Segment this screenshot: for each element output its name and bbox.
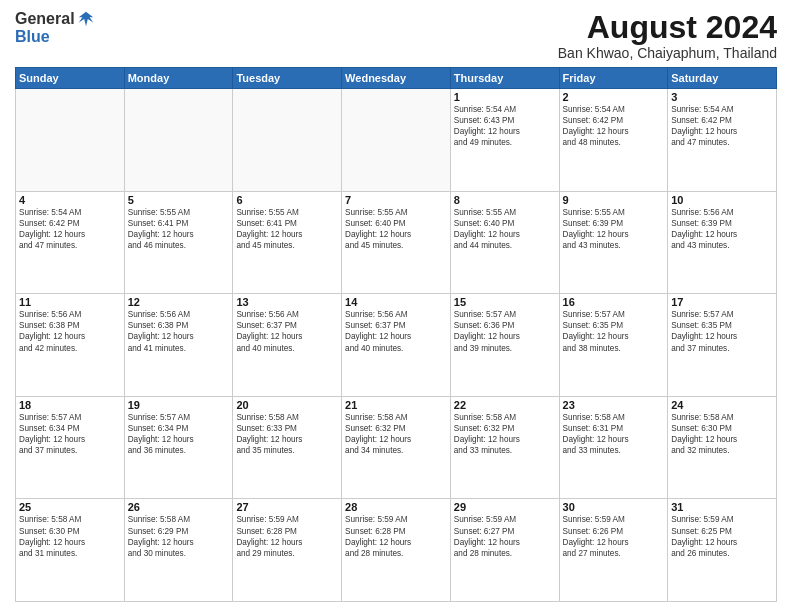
day-info: Sunrise: 5:56 AMSunset: 6:37 PMDaylight:… <box>345 309 447 353</box>
day-info: Sunrise: 5:55 AMSunset: 6:40 PMDaylight:… <box>345 207 447 251</box>
page-subtitle: Ban Khwao, Chaiyaphum, Thailand <box>558 45 777 61</box>
day-number: 25 <box>19 501 121 513</box>
day-number: 30 <box>563 501 665 513</box>
table-row: 5Sunrise: 5:55 AMSunset: 6:41 PMDaylight… <box>124 191 233 294</box>
table-row: 23Sunrise: 5:58 AMSunset: 6:31 PMDayligh… <box>559 396 668 499</box>
day-number: 17 <box>671 296 773 308</box>
logo-blue-label: Blue <box>15 29 95 45</box>
header-friday: Friday <box>559 68 668 89</box>
calendar-week-2: 11Sunrise: 5:56 AMSunset: 6:38 PMDayligh… <box>16 294 777 397</box>
day-info: Sunrise: 5:58 AMSunset: 6:33 PMDaylight:… <box>236 412 338 456</box>
day-info: Sunrise: 5:56 AMSunset: 6:37 PMDaylight:… <box>236 309 338 353</box>
day-info: Sunrise: 5:57 AMSunset: 6:34 PMDaylight:… <box>128 412 230 456</box>
day-number: 22 <box>454 399 556 411</box>
day-number: 5 <box>128 194 230 206</box>
table-row: 9Sunrise: 5:55 AMSunset: 6:39 PMDaylight… <box>559 191 668 294</box>
table-row: 29Sunrise: 5:59 AMSunset: 6:27 PMDayligh… <box>450 499 559 602</box>
calendar-week-1: 4Sunrise: 5:54 AMSunset: 6:42 PMDaylight… <box>16 191 777 294</box>
calendar-week-0: 1Sunrise: 5:54 AMSunset: 6:43 PMDaylight… <box>16 89 777 192</box>
header-wednesday: Wednesday <box>342 68 451 89</box>
table-row: 3Sunrise: 5:54 AMSunset: 6:42 PMDaylight… <box>668 89 777 192</box>
table-row: 6Sunrise: 5:55 AMSunset: 6:41 PMDaylight… <box>233 191 342 294</box>
day-info: Sunrise: 5:54 AMSunset: 6:42 PMDaylight:… <box>671 104 773 148</box>
table-row: 11Sunrise: 5:56 AMSunset: 6:38 PMDayligh… <box>16 294 125 397</box>
day-number: 31 <box>671 501 773 513</box>
day-number: 8 <box>454 194 556 206</box>
day-info: Sunrise: 5:54 AMSunset: 6:43 PMDaylight:… <box>454 104 556 148</box>
day-info: Sunrise: 5:58 AMSunset: 6:31 PMDaylight:… <box>563 412 665 456</box>
calendar-week-3: 18Sunrise: 5:57 AMSunset: 6:34 PMDayligh… <box>16 396 777 499</box>
header-monday: Monday <box>124 68 233 89</box>
day-number: 16 <box>563 296 665 308</box>
table-row: 24Sunrise: 5:58 AMSunset: 6:30 PMDayligh… <box>668 396 777 499</box>
day-number: 26 <box>128 501 230 513</box>
table-row: 16Sunrise: 5:57 AMSunset: 6:35 PMDayligh… <box>559 294 668 397</box>
day-number: 1 <box>454 91 556 103</box>
day-info: Sunrise: 5:57 AMSunset: 6:36 PMDaylight:… <box>454 309 556 353</box>
day-number: 3 <box>671 91 773 103</box>
table-row: 17Sunrise: 5:57 AMSunset: 6:35 PMDayligh… <box>668 294 777 397</box>
header-tuesday: Tuesday <box>233 68 342 89</box>
day-info: Sunrise: 5:58 AMSunset: 6:29 PMDaylight:… <box>128 514 230 558</box>
header-thursday: Thursday <box>450 68 559 89</box>
calendar-table: Sunday Monday Tuesday Wednesday Thursday… <box>15 67 777 602</box>
day-info: Sunrise: 5:58 AMSunset: 6:32 PMDaylight:… <box>345 412 447 456</box>
table-row: 10Sunrise: 5:56 AMSunset: 6:39 PMDayligh… <box>668 191 777 294</box>
day-info: Sunrise: 5:56 AMSunset: 6:38 PMDaylight:… <box>19 309 121 353</box>
day-number: 24 <box>671 399 773 411</box>
day-info: Sunrise: 5:58 AMSunset: 6:30 PMDaylight:… <box>671 412 773 456</box>
title-block: August 2024 Ban Khwao, Chaiyaphum, Thail… <box>558 10 777 61</box>
day-info: Sunrise: 5:59 AMSunset: 6:27 PMDaylight:… <box>454 514 556 558</box>
day-number: 29 <box>454 501 556 513</box>
day-number: 10 <box>671 194 773 206</box>
day-number: 15 <box>454 296 556 308</box>
table-row <box>233 89 342 192</box>
day-info: Sunrise: 5:59 AMSunset: 6:28 PMDaylight:… <box>345 514 447 558</box>
day-info: Sunrise: 5:59 AMSunset: 6:26 PMDaylight:… <box>563 514 665 558</box>
day-number: 6 <box>236 194 338 206</box>
day-number: 13 <box>236 296 338 308</box>
table-row: 25Sunrise: 5:58 AMSunset: 6:30 PMDayligh… <box>16 499 125 602</box>
table-row: 13Sunrise: 5:56 AMSunset: 6:37 PMDayligh… <box>233 294 342 397</box>
table-row: 14Sunrise: 5:56 AMSunset: 6:37 PMDayligh… <box>342 294 451 397</box>
day-info: Sunrise: 5:57 AMSunset: 6:35 PMDaylight:… <box>563 309 665 353</box>
table-row: 4Sunrise: 5:54 AMSunset: 6:42 PMDaylight… <box>16 191 125 294</box>
day-info: Sunrise: 5:55 AMSunset: 6:41 PMDaylight:… <box>128 207 230 251</box>
logo-g: General <box>15 11 75 27</box>
day-number: 12 <box>128 296 230 308</box>
day-number: 2 <box>563 91 665 103</box>
table-row: 30Sunrise: 5:59 AMSunset: 6:26 PMDayligh… <box>559 499 668 602</box>
day-info: Sunrise: 5:57 AMSunset: 6:35 PMDaylight:… <box>671 309 773 353</box>
day-info: Sunrise: 5:56 AMSunset: 6:39 PMDaylight:… <box>671 207 773 251</box>
table-row: 31Sunrise: 5:59 AMSunset: 6:25 PMDayligh… <box>668 499 777 602</box>
table-row: 22Sunrise: 5:58 AMSunset: 6:32 PMDayligh… <box>450 396 559 499</box>
table-row: 15Sunrise: 5:57 AMSunset: 6:36 PMDayligh… <box>450 294 559 397</box>
day-info: Sunrise: 5:57 AMSunset: 6:34 PMDaylight:… <box>19 412 121 456</box>
page-title: August 2024 <box>558 10 777 45</box>
day-number: 18 <box>19 399 121 411</box>
table-row: 12Sunrise: 5:56 AMSunset: 6:38 PMDayligh… <box>124 294 233 397</box>
header: General Blue August 2024 Ban Khwao, Chai… <box>15 10 777 61</box>
table-row: 19Sunrise: 5:57 AMSunset: 6:34 PMDayligh… <box>124 396 233 499</box>
table-row: 21Sunrise: 5:58 AMSunset: 6:32 PMDayligh… <box>342 396 451 499</box>
day-number: 4 <box>19 194 121 206</box>
day-info: Sunrise: 5:54 AMSunset: 6:42 PMDaylight:… <box>19 207 121 251</box>
day-number: 7 <box>345 194 447 206</box>
table-row: 18Sunrise: 5:57 AMSunset: 6:34 PMDayligh… <box>16 396 125 499</box>
day-info: Sunrise: 5:56 AMSunset: 6:38 PMDaylight:… <box>128 309 230 353</box>
table-row: 7Sunrise: 5:55 AMSunset: 6:40 PMDaylight… <box>342 191 451 294</box>
day-number: 21 <box>345 399 447 411</box>
day-number: 11 <box>19 296 121 308</box>
day-info: Sunrise: 5:55 AMSunset: 6:41 PMDaylight:… <box>236 207 338 251</box>
day-number: 27 <box>236 501 338 513</box>
table-row: 20Sunrise: 5:58 AMSunset: 6:33 PMDayligh… <box>233 396 342 499</box>
day-number: 28 <box>345 501 447 513</box>
table-row: 26Sunrise: 5:58 AMSunset: 6:29 PMDayligh… <box>124 499 233 602</box>
logo: General Blue <box>15 10 95 45</box>
day-number: 23 <box>563 399 665 411</box>
calendar-header-row: Sunday Monday Tuesday Wednesday Thursday… <box>16 68 777 89</box>
page: General Blue August 2024 Ban Khwao, Chai… <box>0 0 792 612</box>
table-row: 1Sunrise: 5:54 AMSunset: 6:43 PMDaylight… <box>450 89 559 192</box>
header-sunday: Sunday <box>16 68 125 89</box>
day-info: Sunrise: 5:58 AMSunset: 6:30 PMDaylight:… <box>19 514 121 558</box>
